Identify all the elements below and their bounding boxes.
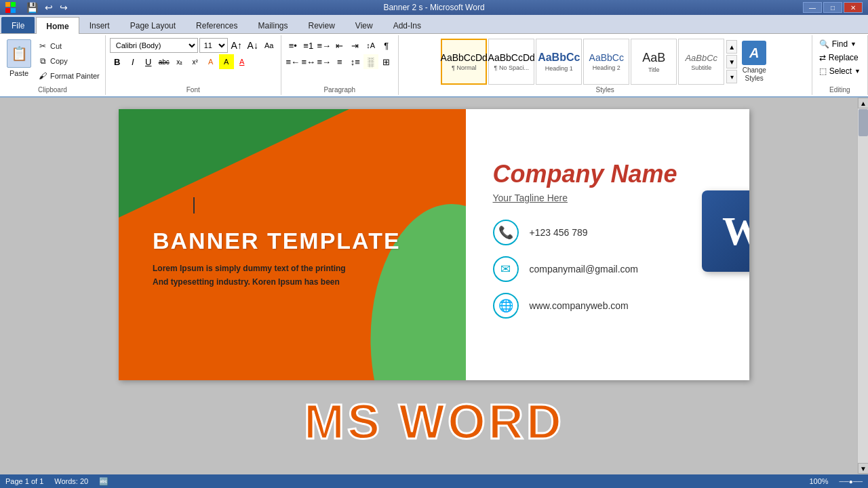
cut-button[interactable]: ✂ Cut (36, 39, 101, 53)
tab-review[interactable]: Review (298, 17, 344, 33)
font-group: Calibri (Body) 11 A↑ A↓ Aa B I U abc (106, 35, 281, 95)
tab-mailings[interactable]: Mailings (248, 17, 298, 33)
select-button[interactable]: ⬚ Select ▼ (816, 65, 863, 77)
document-page[interactable]: BANNER TEMPLATE Lorem Ipsum is simply du… (119, 109, 749, 380)
select-icon: ⬚ (819, 66, 827, 76)
format-painter-button[interactable]: 🖌 Format Painter (36, 69, 101, 83)
ribbon-tabs: File Home Insert Page Layout References … (0, 15, 868, 34)
app-logo (5, 2, 16, 13)
show-hide-button[interactable]: ¶ (379, 38, 394, 53)
align-center-button[interactable]: ≡↔ (301, 54, 316, 69)
style-title-label: Title (648, 66, 660, 73)
style-normal[interactable]: AaBbCcDd ¶ Normal (441, 39, 487, 85)
zoom-level: 100% (809, 477, 828, 485)
scroll-thumb[interactable] (859, 109, 868, 136)
font-color-button[interactable]: A (235, 54, 250, 69)
vertical-scrollbar[interactable]: ▲ ▼ (857, 98, 868, 474)
numbering-button[interactable]: ≡1 (301, 38, 316, 53)
strikethrough-button[interactable]: abc (157, 54, 172, 69)
tab-page-layout[interactable]: Page Layout (120, 17, 186, 33)
paste-button[interactable]: 📋 Paste (4, 38, 34, 79)
bold-button[interactable]: B (110, 54, 125, 69)
email-icon: ✉ (493, 256, 519, 282)
scroll-up-arrow[interactable]: ▲ (858, 98, 868, 108)
replace-button[interactable]: ⇄ Replace (816, 52, 861, 64)
window-controls: — □ ✕ (803, 2, 863, 13)
document-area: BANNER TEMPLATE Lorem Ipsum is simply du… (0, 98, 868, 475)
undo-button[interactable]: ↩ (43, 1, 55, 14)
format-buttons: B I U abc x₂ x² A A A (110, 54, 250, 69)
para-row2: ≡← ≡↔ ≡→ ≡ ↕≡ ░ ⊞ (285, 54, 394, 69)
banner-description: Lorem Ipsum is simply dummy text of the … (153, 262, 446, 288)
editing-group-label: Editing (812, 86, 867, 94)
zoom-slider[interactable]: ──●── (840, 478, 863, 485)
justify-button[interactable]: ≡ (332, 54, 347, 69)
style-heading2-label: Heading 2 (593, 64, 620, 71)
website-contact: 🌐 www.companyweb.com (493, 293, 723, 319)
maximize-button[interactable]: □ (823, 2, 842, 13)
font-grow-button[interactable]: A↑ (229, 38, 244, 53)
minimize-button[interactable]: — (803, 2, 822, 13)
status-bar: Page 1 of 1 Words: 20 🔤 100% ──●── (0, 474, 868, 488)
word-logo-letter: W (722, 208, 749, 255)
save-button[interactable]: 💾 (24, 1, 40, 14)
sort-button[interactable]: ↕A (363, 38, 378, 53)
font-shrink-button[interactable]: A↓ (245, 38, 260, 53)
multilevel-list-button[interactable]: ≡→ (317, 38, 332, 53)
find-button[interactable]: 🔍 Find ▼ (816, 38, 859, 50)
styles-scroll-down[interactable]: ▼ (726, 55, 737, 68)
clipboard-group-label: Clipboard (0, 86, 105, 94)
underline-button[interactable]: U (141, 54, 156, 69)
change-styles-icon: A (742, 41, 766, 65)
tagline[interactable]: Your Tagline Here (493, 192, 723, 203)
font-family-select[interactable]: Calibri (Body) (110, 38, 198, 53)
close-button[interactable]: ✕ (844, 2, 863, 13)
superscript-button[interactable]: x² (188, 54, 203, 69)
subscript-button[interactable]: x₂ (172, 54, 187, 69)
italic-button[interactable]: I (125, 54, 140, 69)
style-title[interactable]: AaB Title (631, 39, 677, 85)
style-no-spacing[interactable]: AaBbCcDd ¶ No Spaci... (488, 39, 534, 85)
tab-insert[interactable]: Insert (79, 17, 120, 33)
font-size-select[interactable]: 11 (199, 38, 228, 53)
bottom-text-area: MS WORD (112, 380, 756, 456)
highlight-button[interactable]: A (219, 54, 234, 69)
align-left-button[interactable]: ≡← (285, 54, 300, 69)
select-label: Select (829, 66, 852, 76)
tab-view[interactable]: View (345, 17, 383, 33)
redo-button[interactable]: ↪ (58, 1, 70, 14)
select-arrow: ▼ (854, 68, 861, 75)
change-styles-button[interactable]: A ChangeStyles (739, 38, 769, 85)
banner-desc-line2: And typesetting industry. Koren Ipsum ha… (153, 276, 446, 289)
styles-scroll-up[interactable]: ▲ (726, 40, 737, 54)
borders-button[interactable]: ⊞ (379, 54, 394, 69)
tab-file[interactable]: File (1, 17, 35, 33)
scroll-down-arrow[interactable]: ▼ (858, 463, 868, 474)
style-subtitle[interactable]: AaBbCc Subtitle (678, 39, 724, 85)
decrease-indent-button[interactable]: ⇤ (332, 38, 347, 53)
tab-references[interactable]: References (186, 17, 248, 33)
font-group-label: Font (106, 86, 281, 94)
tab-home[interactable]: Home (36, 17, 79, 34)
style-no-spacing-preview: AaBbCcDd (488, 52, 535, 63)
text-effect-button[interactable]: A (203, 54, 218, 69)
banner-title[interactable]: BANNER TEMPLATE (153, 228, 446, 254)
styles-expand[interactable]: ▾ (726, 70, 737, 83)
clipboard-content: 📋 Paste ✂ Cut ⧉ Copy 🖌 Format Painter (4, 37, 101, 94)
title-bar: 💾 ↩ ↪ Banner 2 s - Microsoft Word — □ ✕ (0, 0, 868, 15)
increase-indent-button[interactable]: ⇥ (348, 38, 363, 53)
tab-add-ins[interactable]: Add-Ins (383, 17, 431, 33)
shading-button[interactable]: ░ (363, 54, 378, 69)
style-heading2[interactable]: AaBbCc Heading 2 (583, 39, 629, 85)
bullets-button[interactable]: ≡• (285, 38, 300, 53)
window-title: Banner 2 s - Microsoft Word (383, 3, 484, 12)
editing-content: 🔍 Find ▼ ⇄ Replace ⬚ Select ▼ (816, 37, 863, 94)
style-heading1[interactable]: AaBbCc Heading 1 (536, 39, 582, 85)
line-spacing-button[interactable]: ↕≡ (348, 54, 363, 69)
company-name[interactable]: Company Name (493, 160, 723, 188)
copy-button[interactable]: ⧉ Copy (36, 54, 101, 68)
clear-formatting-button[interactable]: Aa (262, 38, 277, 53)
align-right-button[interactable]: ≡→ (317, 54, 332, 69)
ribbon-content: 📋 Paste ✂ Cut ⧉ Copy 🖌 Format Painter (0, 34, 868, 98)
change-styles-label: ChangeStyles (743, 66, 766, 83)
